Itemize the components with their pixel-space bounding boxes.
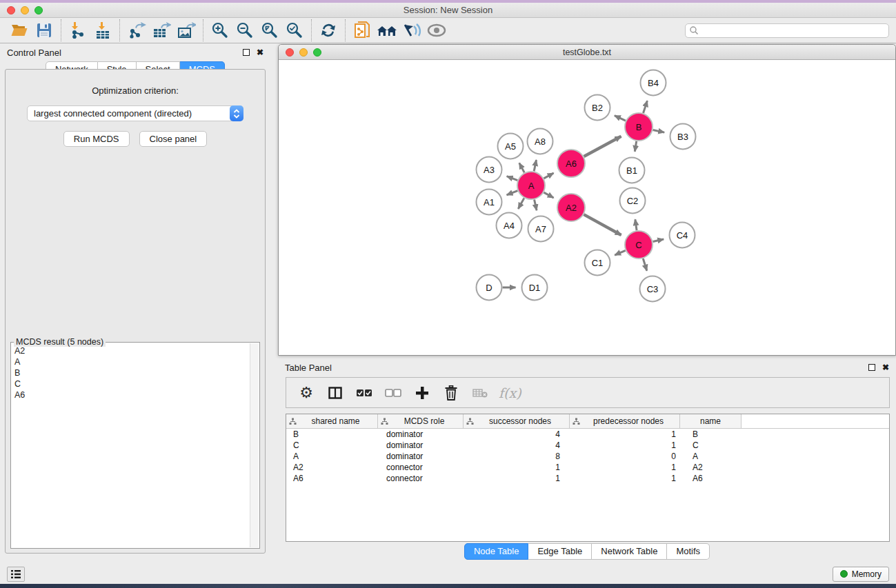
edge-A6-B[interactable]	[584, 136, 621, 156]
column-header-successor-nodes[interactable]: successor nodes	[464, 414, 570, 428]
memory-button[interactable]: Memory	[833, 567, 889, 582]
export-table-icon[interactable]	[149, 19, 174, 41]
edge-B-B4[interactable]	[644, 101, 648, 113]
result-item[interactable]: A	[14, 356, 246, 367]
table-cell[interactable]: C	[286, 440, 378, 450]
table-cell[interactable]: 1	[464, 474, 570, 483]
search-input[interactable]	[685, 23, 889, 38]
delete-column-icon[interactable]	[441, 383, 461, 403]
edge-A-A1[interactable]	[507, 191, 518, 195]
show-column-icon[interactable]	[325, 383, 346, 403]
apply-layout-icon[interactable]	[316, 19, 341, 41]
table-cell[interactable]: 4	[464, 429, 570, 439]
table-cell[interactable]: 1	[570, 463, 680, 472]
edge-A-A4[interactable]	[518, 198, 524, 209]
table-cell[interactable]: dominator	[378, 452, 464, 461]
edge-B-B2[interactable]	[615, 116, 626, 121]
edge-C-C4[interactable]	[653, 239, 664, 241]
edge-A-A5[interactable]	[519, 163, 524, 172]
edge-A-A3[interactable]	[507, 176, 518, 181]
edge-B-B3[interactable]	[653, 130, 665, 132]
column-header-MCDS-role[interactable]: MCDS role	[378, 414, 464, 428]
float-panel-icon[interactable]	[243, 49, 250, 56]
table-row[interactable]: Adominator80A	[286, 451, 889, 462]
zoom-in-icon[interactable]	[208, 19, 232, 41]
optimization-criterion-select[interactable]: largest connected component (directed)	[27, 105, 243, 121]
graphics-details-icon[interactable]	[399, 19, 424, 41]
column-header-name[interactable]: name	[680, 414, 741, 428]
network-window-titlebar[interactable]: testGlobe.txt	[279, 45, 895, 60]
import-table-icon[interactable]	[90, 19, 115, 41]
table-row[interactable]: A2connector11A2	[286, 462, 889, 473]
edge-A2-C[interactable]	[584, 214, 621, 235]
table-cell[interactable]: 8	[464, 452, 570, 461]
close-panel-icon[interactable]: ✖	[257, 49, 263, 56]
select-all-columns-icon[interactable]	[354, 383, 375, 403]
column-header-shared-name[interactable]: shared name	[286, 414, 378, 428]
import-network-icon[interactable]	[66, 19, 90, 41]
result-item[interactable]: C	[14, 378, 246, 389]
table-cell[interactable]: 4	[464, 440, 570, 450]
edge-A-A6[interactable]	[544, 173, 553, 179]
edge-A-A2[interactable]	[544, 192, 553, 198]
table-cell[interactable]: A6	[286, 474, 378, 483]
tab-motifs[interactable]: Motifs	[667, 543, 710, 560]
result-scrollbar[interactable]	[250, 343, 259, 547]
close-table-panel-icon[interactable]: ✖	[882, 364, 889, 371]
network-canvas[interactable]: AA1A2A3A4A5A6A7A8BB1B2B3B4CC1C2C3C4DD1	[279, 60, 895, 355]
table-cell[interactable]: A2	[286, 463, 378, 472]
table-cell[interactable]: A6	[680, 474, 741, 483]
new-network-from-selection-icon[interactable]	[350, 19, 375, 41]
table-row[interactable]: A6connector11A6	[286, 473, 889, 484]
table-cell[interactable]: dominator	[378, 429, 464, 439]
table-cell[interactable]: C	[680, 440, 741, 450]
table-row[interactable]: Cdominator41C	[286, 440, 889, 451]
delete-table-icon[interactable]	[470, 383, 490, 403]
result-item[interactable]: B	[14, 367, 246, 378]
table-cell[interactable]: connector	[378, 474, 464, 483]
edge-C-C1[interactable]	[615, 250, 625, 255]
birds-eye-view-icon[interactable]	[424, 19, 449, 41]
unselect-all-columns-icon[interactable]	[383, 383, 404, 403]
zoom-fit-icon[interactable]	[257, 19, 282, 41]
table-cell[interactable]: 0	[570, 452, 680, 461]
tab-network-table[interactable]: Network Table	[592, 543, 667, 560]
table-cell[interactable]: connector	[378, 463, 464, 472]
function-builder-icon[interactable]: f(x)	[499, 383, 521, 403]
first-neighbors-icon[interactable]	[375, 19, 399, 41]
table-cell[interactable]: dominator	[378, 440, 464, 450]
edge-A-A7[interactable]	[535, 199, 537, 210]
result-item[interactable]: A2	[14, 345, 246, 356]
export-network-icon[interactable]	[124, 19, 149, 41]
table-options-gear-icon[interactable]: ⚙	[296, 383, 317, 403]
table-cell[interactable]: A	[680, 452, 741, 461]
run-mcds-button[interactable]: Run MCDS	[63, 131, 130, 147]
column-header-predecessor-nodes[interactable]: predecessor nodes	[570, 414, 680, 428]
task-history-icon[interactable]	[7, 567, 25, 582]
table-row[interactable]: Bdominator41B	[286, 429, 889, 440]
save-session-icon[interactable]	[32, 19, 57, 41]
table-cell[interactable]: 1	[464, 463, 570, 472]
table-cell[interactable]: A2	[680, 463, 741, 472]
tab-edge-table[interactable]: Edge Table	[528, 543, 592, 560]
tab-node-table[interactable]: Node Table	[464, 543, 529, 560]
edge-C-C3[interactable]	[643, 258, 647, 271]
float-table-panel-icon[interactable]	[868, 364, 875, 371]
table-cell[interactable]: A	[286, 452, 378, 461]
add-column-icon[interactable]	[412, 383, 432, 403]
open-file-icon[interactable]	[7, 19, 32, 41]
table-cell[interactable]: 1	[570, 474, 680, 483]
table-cell[interactable]: 1	[570, 440, 680, 450]
table-cell[interactable]: 1	[570, 429, 680, 439]
result-item[interactable]: A6	[14, 389, 246, 401]
edge-A-A8[interactable]	[534, 160, 536, 171]
export-image-icon[interactable]	[174, 19, 199, 41]
edge-B-B1[interactable]	[635, 141, 636, 152]
zoom-selected-icon[interactable]	[282, 19, 307, 41]
node-table[interactable]: shared nameMCDS rolesuccessor nodesprede…	[286, 414, 890, 542]
zoom-out-icon[interactable]	[232, 19, 257, 41]
table-cell[interactable]: B	[286, 429, 378, 439]
mcds-result-list[interactable]: A2ABCA6	[12, 343, 249, 547]
table-cell[interactable]: B	[680, 429, 741, 439]
close-panel-button[interactable]: Close panel	[139, 131, 208, 147]
